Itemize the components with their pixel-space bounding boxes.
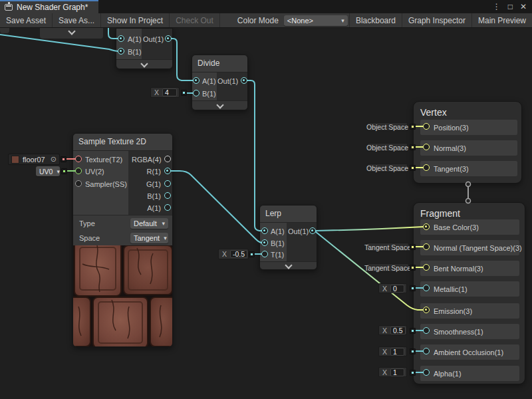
port-lerp-t-in[interactable] — [261, 251, 268, 257]
offscreen-node-fragment[interactable] — [0, 28, 9, 33]
edge-add-out-to-divide-a[interactable] — [171, 39, 194, 80]
dot-smoothness-default[interactable] — [410, 328, 416, 334]
collapse-chevron-icon[interactable] — [140, 60, 148, 67]
dot-tangent-space-bent-normal[interactable] — [410, 265, 416, 271]
graph-canvas[interactable]: A(1) B(1) Out(1) Divide A(1) B(1) Out(1)… — [0, 0, 532, 399]
port-vertex-tangent[interactable] — [423, 164, 430, 171]
object-picker-icon[interactable]: ⊙ — [51, 155, 57, 164]
dot-object-space-normal[interactable] — [410, 144, 416, 150]
dot-metallic-default[interactable] — [410, 285, 416, 291]
port-divide-out[interactable] — [241, 77, 247, 84]
color-mode-dropdown[interactable]: <None> ▾ — [284, 15, 348, 26]
port-vertex-normal[interactable] — [423, 144, 430, 150]
type-dropdown[interactable]: Default ▾ — [130, 218, 168, 229]
smoothness-default-field[interactable]: X 0.5 — [378, 325, 407, 335]
port-divide-b-in[interactable] — [193, 90, 200, 96]
port-sample-r-out[interactable] — [164, 168, 171, 174]
lerp-node[interactable]: Lerp A(1) B(1) T(1) Out(1) — [259, 205, 317, 270]
space-chip[interactable]: Object Space — [367, 122, 408, 131]
port-fragment-alpha[interactable] — [423, 369, 430, 376]
port-fragment-ambient-occlusion[interactable] — [423, 348, 430, 354]
x-value-input[interactable]: 0.5 — [390, 327, 406, 334]
port-add-a-in[interactable] — [118, 35, 124, 42]
space-chip[interactable]: Tangent Space — [366, 263, 409, 272]
port-divide-a-in[interactable] — [193, 77, 200, 84]
collapsed-node-fragment[interactable] — [40, 28, 103, 39]
dot-tangent-space-normal[interactable] — [410, 244, 416, 250]
x-value-input[interactable]: 1 — [390, 348, 404, 356]
show-in-project-button[interactable]: Show In Project — [101, 13, 169, 27]
port-label: UV(2) — [85, 168, 104, 176]
shader-graph-tab[interactable]: New Shader Graph* — [0, 0, 98, 13]
dot-lerp-t-default[interactable] — [249, 251, 255, 257]
vertex-row-normal: Normal(3) — [420, 140, 517, 156]
collapse-chevron-icon[interactable] — [216, 101, 223, 108]
texture-asset-field[interactable]: floor07 ⊙ — [8, 154, 60, 165]
color-mode-label: Color Mode — [220, 13, 284, 27]
port-sample-rgba-out[interactable] — [164, 156, 171, 162]
port-add-out[interactable] — [165, 35, 172, 42]
port-sample-g-out[interactable] — [164, 180, 171, 187]
row-label: Base Color(3) — [434, 223, 479, 231]
edge-lerp-out-to-base-color[interactable] — [315, 227, 423, 231]
edge-sample-r-to-lerp-b[interactable] — [170, 171, 262, 243]
port-lerp-b-in[interactable] — [261, 239, 268, 246]
row-label: Tangent(3) — [434, 165, 469, 173]
vertex-block[interactable]: Vertex Position(3) Normal(3) Tangent(3) — [413, 101, 522, 184]
collapse-chevron-icon[interactable] — [68, 27, 75, 35]
x-value-input[interactable]: -0.5 — [230, 250, 247, 258]
x-value-input[interactable]: 0 — [390, 285, 404, 293]
port-fragment-metallic[interactable] — [423, 285, 430, 291]
close-icon[interactable]: ✕ — [520, 0, 527, 13]
math-node[interactable]: A(1) B(1) Out(1) — [116, 28, 173, 69]
save-as-button[interactable]: Save As... — [53, 13, 100, 27]
ambient-occlusion-default-field[interactable]: X 1 — [378, 346, 407, 356]
fragment-block[interactable]: Fragment Base Color(3) Normal (Tangent S… — [413, 202, 525, 384]
port-fragment-emission[interactable] — [423, 307, 430, 313]
blackboard-button[interactable]: Blackboard — [350, 13, 402, 27]
uv-channel-dropdown[interactable]: UV0 ▾ — [36, 166, 60, 176]
dot-alpha-default[interactable] — [410, 370, 416, 376]
dot-floor07[interactable] — [61, 156, 66, 162]
port-label: Sampler(SS) — [85, 180, 127, 188]
port-lerp-a-in[interactable] — [261, 227, 268, 234]
port-fragment-smoothness[interactable] — [423, 327, 430, 334]
port-sample-texture-in[interactable] — [75, 156, 82, 162]
divide-b-default-field[interactable]: X 4 — [150, 87, 180, 98]
dot-object-space-tangent[interactable] — [410, 165, 416, 171]
main-preview-button[interactable]: Main Preview — [472, 13, 532, 27]
port-fragment-bent-normal[interactable] — [423, 264, 430, 271]
sample-texture-2d-node[interactable]: Sample Texture 2D Texture(T2) UV(2) Samp… — [72, 133, 173, 347]
x-value-input[interactable]: 4 — [162, 88, 177, 96]
dot-uv0[interactable] — [61, 168, 67, 174]
fragment-block-title: Fragment — [420, 208, 460, 219]
alpha-default-field[interactable]: X 1 — [378, 367, 407, 377]
space-dropdown[interactable]: Tangent ▾ — [130, 233, 168, 243]
dot-object-space-position[interactable] — [410, 124, 416, 130]
graph-inspector-button[interactable]: Graph Inspector — [402, 13, 471, 27]
port-fragment-base-color[interactable] — [423, 223, 430, 230]
divide-node[interactable]: Divide A(1) B(1) Out(1) — [192, 55, 248, 110]
title-bar: New Shader Graph* ⋮ □ ✕ — [0, 0, 532, 13]
port-sample-b-out[interactable] — [164, 192, 171, 199]
port-sample-a-out[interactable] — [164, 204, 171, 211]
space-chip[interactable]: Object Space — [367, 164, 408, 172]
port-sample-sampler-in[interactable] — [75, 180, 82, 187]
maximize-icon[interactable]: □ — [508, 0, 513, 13]
lerp-t-default-field[interactable]: X -0.5 — [218, 249, 249, 259]
dot-divide-b-default[interactable] — [181, 90, 187, 96]
x-value-input[interactable]: 1 — [390, 368, 404, 376]
window-menu-icon[interactable]: ⋮ — [493, 0, 501, 13]
collapse-chevron-icon[interactable] — [285, 261, 292, 269]
space-chip[interactable]: Tangent Space — [366, 243, 409, 251]
port-lerp-out[interactable] — [309, 227, 316, 234]
space-chip[interactable]: Object Space — [367, 143, 408, 152]
dot-ambient-occlusion-default[interactable] — [410, 348, 416, 354]
metallic-default-field[interactable]: X 0 — [378, 283, 407, 293]
port-fragment-normal[interactable] — [423, 243, 430, 250]
port-vertex-position[interactable] — [423, 123, 430, 130]
save-asset-button[interactable]: Save Asset — [0, 13, 52, 27]
port-add-b-in[interactable] — [118, 48, 124, 55]
port-label: RGBA(4) — [132, 156, 161, 164]
port-sample-uv-in[interactable] — [75, 168, 82, 174]
